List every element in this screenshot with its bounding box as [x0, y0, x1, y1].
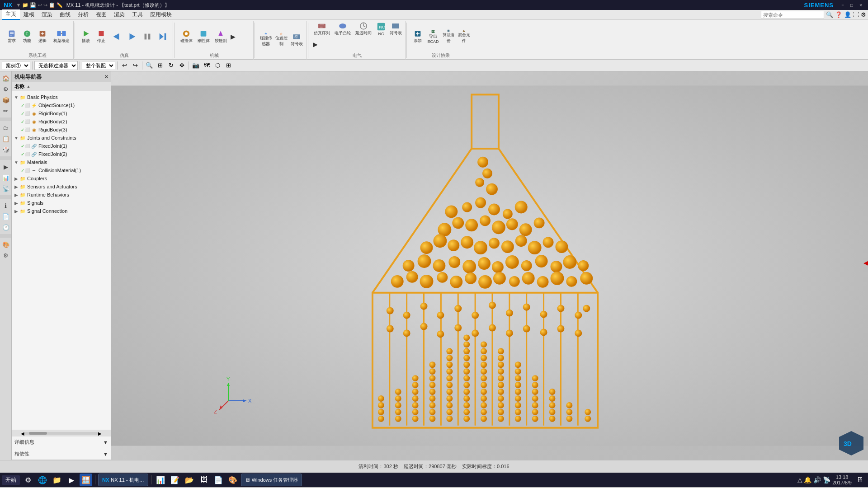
viewport[interactable]: X Y Z ◀ 3D — [111, 71, 868, 460]
ribbon-icon-sym2[interactable]: 符号表 — [389, 22, 402, 36]
expand-materials[interactable]: ▼ — [14, 160, 19, 165]
menu-render[interactable]: 渲染 — [38, 10, 56, 19]
taskbar-icon-ps[interactable]: 🖼 — [198, 474, 210, 486]
expand-runtime[interactable]: ▶ — [14, 192, 19, 197]
toolbar-zoom-fit-icon[interactable]: ⊞ — [155, 61, 165, 70]
expand-signal-connection[interactable]: ▶ — [14, 209, 19, 214]
ribbon-icon-ecad[interactable]: ECAD 导出 ECAD — [426, 29, 440, 44]
nav-scrollbar-track[interactable] — [24, 432, 98, 435]
ribbon-icon-forward[interactable] — [125, 29, 139, 44]
toolbar-pan-icon[interactable]: ✥ — [177, 61, 187, 70]
taskbar-icon-media[interactable]: ▶ — [65, 474, 78, 486]
close-button[interactable]: × — [857, 2, 864, 8]
toolbar-grid-icon[interactable]: ⊞ — [223, 61, 233, 70]
sidebar-icon-palette[interactable]: 🎨 — [1, 239, 11, 249]
taskbar-app-nx[interactable]: NX NX 11 - 机电… — [98, 474, 148, 486]
tree-item-object-source[interactable]: ✓ ⬜ ⚡ ObjectSource(1) — [12, 101, 111, 109]
ribbon-icon-function[interactable]: F 功能 — [20, 29, 34, 44]
ribbon-icon-more[interactable]: ▶ — [230, 29, 236, 44]
nav-scrollbar[interactable]: ◀ ▶ — [12, 430, 111, 436]
taskbar-icon-word-backup[interactable]: 📝 — [169, 474, 181, 486]
detail-section[interactable]: 详细信息 ▼ — [12, 436, 111, 448]
taskbar-icon-paint[interactable]: 🎨 — [226, 474, 239, 486]
menu-app[interactable]: 应用模块 — [146, 10, 175, 19]
ribbon-icon-rewind[interactable] — [109, 29, 124, 44]
sidebar-icon-info[interactable]: ℹ — [1, 201, 11, 211]
sidebar-icon-config[interactable]: ⚙ — [1, 250, 11, 260]
ribbon-icon-mech3[interactable]: 铰链副 — [212, 29, 229, 44]
taskbar-icon-folder[interactable]: 📂 — [183, 474, 196, 486]
tree-item-joints[interactable]: ▼ 📁 Joints and Constraints — [12, 134, 111, 142]
sidebar-icon-analysis[interactable]: 📊 — [1, 173, 11, 183]
search-input[interactable] — [761, 11, 824, 19]
taskbar-clock[interactable]: 13:18 2017/8/9 — [832, 474, 852, 485]
ribbon-icon-mech2[interactable]: 刚性体 — [195, 29, 212, 44]
nav-scrollbar-thumb[interactable] — [29, 432, 47, 435]
toolbar-rotate-icon[interactable]: ↻ — [166, 61, 176, 70]
tree-item-materials[interactable]: ▼ 📁 Materials — [12, 158, 111, 166]
nav-scroll-right[interactable]: ▶ — [98, 431, 102, 436]
minimize-button[interactable]: － — [839, 2, 846, 8]
taskbar-icon-browser[interactable]: 🌐 — [36, 474, 49, 486]
ribbon-icon-pause[interactable] — [140, 29, 155, 44]
dependency-section[interactable]: 相依性 ▼ — [12, 448, 111, 460]
menu-build[interactable]: 建模 — [20, 10, 38, 19]
taskbar-icon-control-panel[interactable]: ⚙ — [22, 474, 34, 486]
sidebar-icon-sim[interactable]: ▶ — [1, 162, 11, 172]
tree-item-rigidbody2[interactable]: ✓ ⬜ ◉ RigidBody(2) — [12, 117, 111, 126]
expand-signals[interactable]: ▶ — [14, 201, 19, 206]
tree-item-signal-connection[interactable]: ▶ 📁 Signal Connection — [12, 207, 111, 215]
ribbon-icon-step[interactable] — [156, 29, 170, 44]
menu-analysis[interactable]: 分析 — [74, 10, 92, 19]
sidebar-icon-history[interactable]: 📋 — [1, 134, 11, 144]
taskbar-icon-word[interactable]: 📄 — [212, 474, 225, 486]
ribbon-icon-requirements[interactable]: 需求 — [5, 29, 19, 44]
ribbon-icon-cam[interactable]: 电子凸轮 — [333, 22, 353, 36]
tree-item-fixedjoint1[interactable]: ✓ ⬜ 🔗 FixedJoint(1) — [12, 142, 111, 150]
settings-icon[interactable]: ⚙ — [861, 11, 866, 18]
dropdown-case[interactable]: 案例① — [2, 61, 30, 70]
taskbar-app-task-manager[interactable]: 🖥 Windows 任务管理器 — [241, 474, 302, 486]
sidebar-icon-doc[interactable]: 📄 — [1, 211, 11, 221]
ribbon-icon-nc[interactable]: NC NC — [374, 22, 388, 36]
tree-item-collision-material[interactable]: ✓ ⬜ ━ CollisionMaterial(1) — [12, 166, 111, 174]
sidebar-icon-sensor2[interactable]: 📡 — [1, 183, 11, 193]
ribbon-icon-add[interactable]: 添加 — [410, 29, 425, 44]
ribbon-icon-more2[interactable]: ▶ — [312, 37, 318, 52]
sidebar-icon-assembly[interactable]: ⚙ — [1, 84, 11, 94]
ribbon-icon-delay[interactable]: 延迟时间 — [354, 22, 373, 36]
ribbon-icon-mech1[interactable]: 碰撞体 — [178, 29, 194, 44]
sidebar-icon-home[interactable]: 🏠 — [1, 73, 11, 83]
tree-item-runtime[interactable]: ▶ 📁 Runtime Behaviors — [12, 191, 111, 199]
taskbar-show-desktop[interactable]: 🖥 — [854, 474, 866, 486]
tree-item-fixedjoint2[interactable]: ✓ ⬜ 🔗 FixedJoint(2) — [12, 150, 111, 158]
tree-item-basic-physics[interactable]: ▼ 📁 Basic Physics — [12, 93, 111, 101]
sidebar-icon-part[interactable]: 📦 — [1, 95, 11, 105]
expand-couplers[interactable]: ▶ — [14, 176, 19, 181]
start-button[interactable]: 开始 — [2, 475, 20, 485]
expand-basic-physics[interactable]: ▼ — [14, 95, 19, 100]
tree-item-rigidbody1[interactable]: ✓ ⬜ ◉ RigidBody(1) — [12, 109, 111, 117]
taskbar-icon-explorer[interactable]: 📁 — [51, 474, 63, 486]
ribbon-icon-mechanical-concept[interactable]: 机架概念 — [52, 29, 71, 44]
ribbon-icon-sensor[interactable]: 碰撞传感器 — [259, 33, 273, 47]
maximize-button[interactable]: □ — [848, 2, 855, 8]
sidebar-icon-clock[interactable]: 🕐 — [1, 222, 11, 232]
expand-joints[interactable]: ▼ — [14, 136, 19, 141]
tree-item-signals[interactable]: ▶ 📁 Signals — [12, 199, 111, 207]
toolbar-zoom-in-icon[interactable]: 🔍 — [144, 61, 154, 70]
ribbon-icon-stop[interactable]: 停止 — [94, 29, 108, 44]
dropdown-filter[interactable]: 无选择过滤器 — [34, 61, 78, 70]
toolbar-view1-icon[interactable]: 📷 — [191, 61, 201, 70]
sidebar-icon-sketch[interactable]: ✏ — [1, 106, 11, 116]
taskbar-icon-windows[interactable]: 🪟 — [80, 474, 92, 486]
sidebar-icon-3d[interactable]: 🎲 — [1, 145, 11, 155]
menu-home[interactable]: 主页 — [2, 9, 20, 20]
tree-item-rigidbody3[interactable]: ✓ ⬜ ◉ RigidBody(3) — [12, 126, 111, 134]
user-icon[interactable]: 👤 — [844, 11, 851, 18]
expand-sensors[interactable]: ▶ — [14, 184, 19, 189]
ribbon-icon-mixed[interactable]: 混合元件 — [457, 29, 471, 44]
toolbar-redo-icon[interactable]: ↪ — [130, 61, 140, 70]
nav-scroll-left[interactable]: ◀ — [21, 431, 24, 436]
menu-tools[interactable]: 工具 — [128, 10, 146, 19]
